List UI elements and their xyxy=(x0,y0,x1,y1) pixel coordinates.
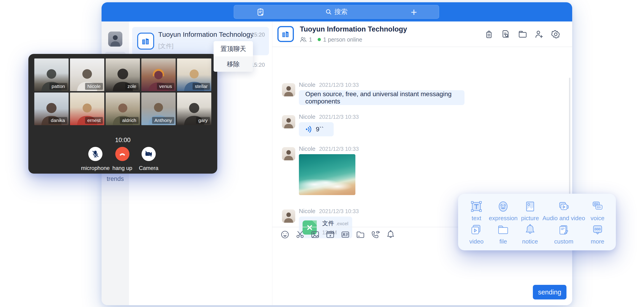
video-call-icon[interactable] xyxy=(371,230,380,239)
participant-name: danika xyxy=(48,117,67,124)
image-message-beach-photo[interactable] xyxy=(299,154,356,195)
video-call-window: patton Nicole zole venus stellar danika … xyxy=(28,54,217,174)
panel-item-audio-video[interactable]: Audio and video xyxy=(542,199,585,223)
participant-grid: patton Nicole zole venus stellar danika … xyxy=(34,58,211,125)
sender-avatar[interactable] xyxy=(282,83,295,96)
sender-avatar[interactable] xyxy=(282,147,295,160)
message-meta: Nicole 2021/12/3 10:33 xyxy=(299,208,359,215)
search-bar[interactable]: 搜索 + xyxy=(234,5,439,19)
participant-tile[interactable]: Nicole xyxy=(70,58,104,91)
panel-label: text xyxy=(472,215,481,222)
call-timer: 10:00 xyxy=(28,137,217,144)
group-notice-icon[interactable] xyxy=(484,29,494,39)
participant-name: venus xyxy=(157,83,174,90)
panel-label: voice xyxy=(590,215,604,222)
panel-label: picture xyxy=(521,215,539,222)
participant-tile[interactable]: danika xyxy=(34,92,68,125)
panel-label: file xyxy=(500,238,507,245)
file-ext: .excel xyxy=(336,221,348,226)
building-icon xyxy=(281,29,290,39)
screenshot-scissors-icon[interactable] xyxy=(295,230,305,239)
panel-label: video xyxy=(469,238,484,245)
contacts-clipboard-icon[interactable] xyxy=(256,7,265,17)
conversation-time: 15:20 xyxy=(251,62,265,68)
audio-video-icon xyxy=(557,200,570,213)
panel-item-expression[interactable]: expression xyxy=(489,199,518,223)
sender-name: Nicole xyxy=(299,81,315,88)
group-file-icon[interactable] xyxy=(517,29,527,39)
video-clapper-icon[interactable] xyxy=(326,230,335,239)
panel-item-text[interactable]: text xyxy=(464,199,489,223)
send-button[interactable]: sending xyxy=(533,285,566,300)
menu-item-remove[interactable]: 移除 xyxy=(214,56,253,72)
participant-name: stellar xyxy=(192,83,210,90)
hang-up-button[interactable] xyxy=(115,147,130,161)
emoji-icon[interactable] xyxy=(280,230,290,239)
sender-name: Nicole xyxy=(299,145,315,152)
menu-item-pin-chat[interactable]: 置顶聊天 xyxy=(214,41,253,56)
message-scrollbar[interactable] xyxy=(569,78,570,196)
conversation-time: 15:20 xyxy=(251,31,265,38)
custom-icon xyxy=(557,223,570,236)
my-avatar[interactable] xyxy=(108,31,122,47)
participant-name: ernest xyxy=(85,117,103,124)
conversation-context-menu: 置顶聊天 移除 xyxy=(214,41,253,72)
participant-tile[interactable]: ernest xyxy=(70,92,104,125)
text-message-bubble[interactable]: Open source, free, and universal instant… xyxy=(299,90,464,105)
camera-off-icon xyxy=(144,150,153,158)
participant-tile[interactable]: venus xyxy=(141,58,176,91)
video-message-icon xyxy=(470,223,483,236)
panel-item-video[interactable]: video xyxy=(464,223,489,246)
message-meta: Nicole 2021/12/3 10:33 xyxy=(299,81,359,88)
camera-button[interactable] xyxy=(142,147,156,161)
group-avatar xyxy=(278,26,294,42)
text-icon xyxy=(470,200,483,213)
participant-tile[interactable]: patton xyxy=(34,58,68,91)
settings-gear-icon[interactable] xyxy=(551,29,561,39)
members-icon xyxy=(300,36,307,43)
contact-card-icon[interactable] xyxy=(340,230,350,239)
trends-label: trends xyxy=(102,175,129,183)
conversation-preview: [文件] xyxy=(158,42,173,50)
hang-up-label: hang up xyxy=(112,165,132,171)
image-icon[interactable] xyxy=(310,230,320,239)
participant-name: Anthony xyxy=(152,117,174,124)
panel-item-notice[interactable]: notice xyxy=(518,223,542,246)
camera-label: Camera xyxy=(139,165,158,171)
microphone-button[interactable] xyxy=(88,147,102,161)
chat-history-search-icon[interactable] xyxy=(500,29,511,39)
panel-item-picture[interactable]: picture xyxy=(518,199,542,223)
panel-label: notice xyxy=(522,238,538,245)
add-member-icon[interactable] xyxy=(534,29,544,39)
participant-name: zole xyxy=(125,83,138,90)
search-icon xyxy=(325,8,332,15)
online-dot-icon xyxy=(318,38,321,41)
chat-area: Tuoyun Information Technology 1 1 person… xyxy=(272,21,572,305)
participant-tile[interactable]: stellar xyxy=(177,58,211,91)
participant-tile[interactable]: Anthony xyxy=(141,92,176,125)
search-field[interactable]: 搜索 xyxy=(325,7,348,16)
panel-item-more[interactable]: more xyxy=(585,223,610,246)
message-meta: Nicole 2021/12/3 10:33 xyxy=(299,145,359,152)
panel-label: custom xyxy=(554,238,573,245)
sender-name: Nicole xyxy=(299,113,315,120)
participant-tile[interactable]: gary xyxy=(177,92,211,125)
notification-bell-icon[interactable] xyxy=(386,230,396,239)
file-icon xyxy=(497,223,510,236)
voice-duration: 9`` xyxy=(316,126,324,133)
panel-item-custom[interactable]: custom xyxy=(542,223,585,246)
panel-item-voice[interactable]: voice xyxy=(585,199,610,223)
participant-tile[interactable]: aldrich xyxy=(106,92,140,125)
picture-icon xyxy=(524,200,536,213)
voice-message-bubble[interactable]: 9`` xyxy=(299,122,334,136)
file-folder-icon[interactable] xyxy=(356,230,365,239)
participant-name: aldrich xyxy=(120,117,138,124)
participant-name: gary xyxy=(196,117,210,124)
participant-tile[interactable]: zole xyxy=(106,58,140,91)
panel-item-file[interactable]: file xyxy=(489,223,518,246)
expression-icon xyxy=(497,200,510,213)
sender-avatar[interactable] xyxy=(282,210,295,223)
add-button[interactable]: + xyxy=(411,6,417,18)
sender-avatar[interactable] xyxy=(282,115,295,128)
more-icon xyxy=(591,223,604,236)
